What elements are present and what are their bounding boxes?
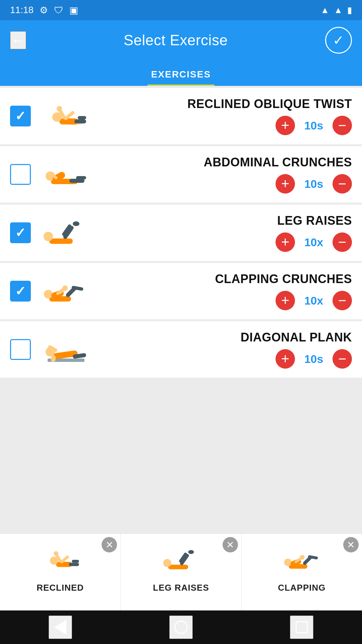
figure-leg-raises <box>41 214 88 251</box>
exercise-image-diagonal-plank <box>38 329 91 370</box>
status-bar: 11:18 ⚙ 🛡 ▣ ▲ ▲ ▮ <box>0 0 362 20</box>
decrement-reclined-button[interactable]: − <box>333 116 352 135</box>
check-mark: ✓ <box>15 109 26 123</box>
selected-card-reclined: ✕ RECLINED <box>0 534 121 610</box>
decrement-crunches-button[interactable]: − <box>333 174 352 194</box>
svg-point-20 <box>44 290 53 299</box>
exercise-image-leg-raises <box>38 213 91 253</box>
figure-reclined-small <box>40 543 80 577</box>
svg-line-39 <box>62 557 67 562</box>
exercise-image-reclined <box>38 96 91 136</box>
page-title: Select Exercise <box>124 32 228 49</box>
selected-card-leg-raises: ✕ LEG RAISES <box>121 534 241 610</box>
exercise-item-diagonal-plank: DIAGONAL PLANK + 10s − <box>0 321 362 378</box>
exercise-info-diagonal-plank: DIAGONAL PLANK + 10s − <box>98 330 352 369</box>
checkbox-reclined-oblique-twist[interactable]: ✓ <box>10 106 31 126</box>
figure-clapping-small <box>282 543 322 577</box>
exercise-image-clapping <box>38 271 91 311</box>
home-nav-button[interactable] <box>169 615 193 639</box>
recents-nav-button[interactable] <box>290 615 313 639</box>
svg-point-51 <box>300 555 305 559</box>
exercise-controls-clapping: + 10x − <box>276 291 352 310</box>
selected-label-leg-raises: LEG RAISES <box>153 583 209 593</box>
selected-card-clapping: ✕ CLAPPING <box>242 534 362 610</box>
exercise-name-leg-raises: LEG RAISES <box>277 214 352 228</box>
svg-rect-14 <box>49 238 73 244</box>
settings-icon: ⚙ <box>40 5 48 16</box>
exercise-controls-diagonal-plank: + 10s − <box>276 349 352 369</box>
selected-exercises-strip: ✕ RECLINED ✕ <box>0 533 362 610</box>
svg-point-26 <box>62 285 68 291</box>
exercise-controls-reclined: + 10s − <box>276 116 352 135</box>
svg-point-6 <box>57 106 62 111</box>
decrement-diagonal-button[interactable]: − <box>333 349 352 369</box>
wifi-icon: ▲ <box>321 5 329 15</box>
exercise-name-clapping: CLAPPING CRUNCHES <box>215 272 352 286</box>
increment-reclined-button[interactable]: + <box>276 116 295 135</box>
increment-leg-raises-button[interactable]: + <box>276 232 295 252</box>
exercise-info-leg-raises: LEG RAISES + 10x − <box>98 214 352 252</box>
svg-point-18 <box>73 221 79 226</box>
figure-diagonal-plank <box>41 331 88 368</box>
value-reclined: 10s <box>300 119 327 132</box>
check-mark: ✓ <box>15 284 26 299</box>
remove-clapping-button[interactable]: ✕ <box>343 537 359 552</box>
exercise-controls-leg-raises: + 10x − <box>276 232 352 252</box>
exercise-controls-crunches: + 10s − <box>276 174 352 194</box>
exercise-info-clapping: CLAPPING CRUNCHES + 10x − <box>98 272 352 310</box>
exercise-item-clapping-crunches: ✓ CLAPPING CRUNCHES + <box>0 263 362 319</box>
decrement-clapping-button[interactable]: − <box>333 291 352 310</box>
exercise-image-crunches <box>38 154 91 195</box>
time: 11:18 <box>10 5 34 15</box>
value-diagonal: 10s <box>300 353 327 366</box>
svg-rect-36 <box>72 560 79 563</box>
figure-leg-raises-small <box>161 543 201 577</box>
check-mark: ✓ <box>15 225 26 240</box>
back-button[interactable]: ← <box>10 31 26 49</box>
checkbox-abdominal-crunches[interactable] <box>10 164 31 185</box>
home-nav-icon <box>174 621 188 634</box>
back-icon: ← <box>11 32 25 49</box>
check-icon: ✓ <box>333 33 344 48</box>
svg-rect-12 <box>76 176 86 179</box>
figure-crunches <box>41 156 88 193</box>
nav-bar <box>0 610 362 644</box>
svg-line-7 <box>66 113 73 118</box>
exercise-list: ✓ RECLINED OBLIQUE TWIST <box>0 86 362 533</box>
selected-label-clapping: CLAPPING <box>278 583 325 593</box>
svg-rect-35 <box>69 563 79 566</box>
recents-nav-icon <box>296 621 308 633</box>
svg-point-41 <box>163 559 171 567</box>
figure-reclined-twist <box>41 98 88 135</box>
confirm-button[interactable]: ✓ <box>325 27 352 54</box>
svg-point-46 <box>284 559 292 566</box>
increment-clapping-button[interactable]: + <box>276 291 295 310</box>
back-nav-button[interactable] <box>49 615 72 639</box>
checkbox-clapping-crunches[interactable]: ✓ <box>10 281 31 302</box>
remove-reclined-button[interactable]: ✕ <box>102 537 117 552</box>
back-nav-icon <box>54 620 66 635</box>
shield-icon: 🛡 <box>54 5 63 16</box>
checkbox-diagonal-plank[interactable] <box>10 339 31 360</box>
decrement-leg-raises-button[interactable]: − <box>333 232 352 252</box>
exercise-name-crunches: ABDOMINAL CRUNCHES <box>204 155 352 169</box>
exercise-name-reclined: RECLINED OBLIQUE TWIST <box>187 97 352 111</box>
exercise-item-leg-raises: ✓ LEG RAISES + 10x − <box>0 205 362 261</box>
increment-diagonal-button[interactable]: + <box>276 349 295 369</box>
increment-crunches-button[interactable]: + <box>276 174 295 194</box>
tab-exercises[interactable]: EXERCISES <box>131 63 231 86</box>
svg-rect-40 <box>168 565 188 570</box>
exercise-item-abdominal-crunches: ABDOMINAL CRUNCHES + 10s − <box>0 146 362 203</box>
exercise-item-reclined-oblique-twist: ✓ RECLINED OBLIQUE TWIST <box>0 88 362 144</box>
battery-icon: ▮ <box>347 5 352 15</box>
svg-rect-4 <box>78 116 86 119</box>
figure-clapping <box>41 273 88 310</box>
selected-label-reclined: RECLINED <box>37 583 84 593</box>
checkbox-leg-raises[interactable]: ✓ <box>10 222 31 243</box>
svg-point-38 <box>54 551 58 556</box>
exercise-info-reclined: RECLINED OBLIQUE TWIST + 10s − <box>98 97 352 135</box>
remove-leg-raises-button[interactable]: ✕ <box>223 537 238 552</box>
selected-image-clapping <box>278 540 325 580</box>
value-leg-raises: 10x <box>300 236 327 249</box>
svg-point-44 <box>188 550 194 554</box>
